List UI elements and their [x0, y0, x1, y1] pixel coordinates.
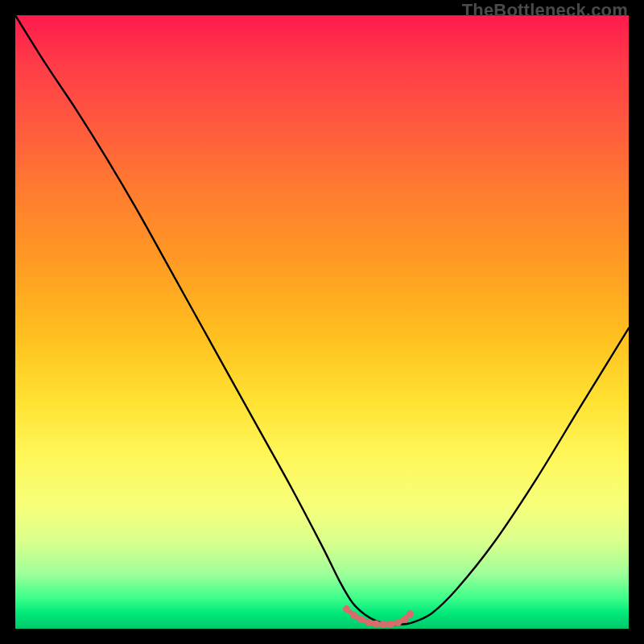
optimal-range-dot [387, 621, 394, 628]
optimal-range-dot [343, 605, 350, 613]
optimal-range-dot [373, 620, 380, 627]
curve-layer [15, 15, 629, 629]
chart-frame: TheBottleneck.com [0, 0, 644, 644]
bottleneck-curve [15, 15, 629, 625]
optimal-range-dot [350, 612, 357, 619]
optimal-range-dot [380, 621, 387, 628]
optimal-range-dot [365, 619, 372, 626]
optimal-range-dot [407, 610, 414, 617]
optimal-range-dot [357, 616, 365, 623]
watermark-text: TheBottleneck.com [462, 0, 628, 21]
plot-area [15, 15, 629, 629]
optimal-range-dot [394, 619, 402, 626]
